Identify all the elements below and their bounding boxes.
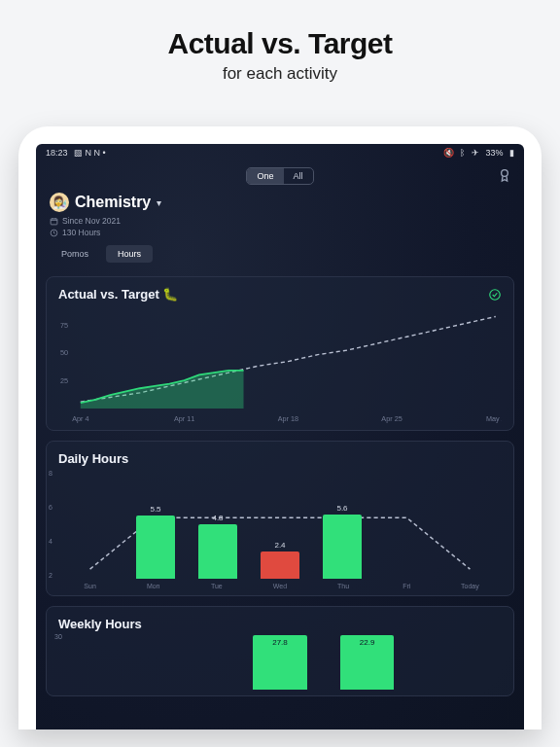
scope-toggle[interactable]: One All — [246, 167, 313, 185]
status-bar: 18:23 ▧ N N • 🔇 ᛒ ✈ 33% ▮ — [36, 144, 524, 161]
total-hours-label: 130 Hours — [62, 228, 100, 237]
status-left-icons: ▧ N N • — [74, 148, 106, 158]
svg-point-3 — [490, 289, 501, 300]
card-title-weekly: Weekly Hours — [58, 617, 502, 631]
tablet-frame: 18:23 ▧ N N • 🔇 ᛒ ✈ 33% ▮ One All — [18, 126, 542, 729]
bar-day-today — [436, 470, 498, 579]
since-label: Since Nov 2021 — [62, 216, 121, 226]
card-actual-vs-target: Actual vs. Target 🐛 255075Apr 4Apr 11Apr… — [46, 276, 514, 431]
since-row: Since Nov 2021 — [50, 216, 510, 226]
volume-off-icon: 🔇 — [443, 148, 454, 158]
svg-text:Apr 25: Apr 25 — [381, 415, 402, 423]
chevron-down-icon: ▾ — [157, 197, 161, 208]
battery-icon: ▮ — [509, 148, 514, 158]
bar-day-sun — [62, 470, 124, 579]
activity-selector[interactable]: 👩‍🔬 Chemistry ▾ — [50, 193, 510, 212]
clock-icon — [50, 229, 58, 237]
metric-tabs: Pomos Hours — [50, 245, 510, 263]
scope-all[interactable]: All — [284, 168, 313, 184]
daily-x-labels: SunMonTueWedThuFriToday — [58, 583, 502, 589]
svg-text:Apr 4: Apr 4 — [72, 415, 88, 423]
svg-point-0 — [502, 170, 508, 177]
bar-week-1 — [150, 635, 237, 690]
total-hours-row: 130 Hours — [50, 228, 510, 237]
battery-label: 33% — [485, 148, 503, 158]
award-icon[interactable] — [497, 167, 512, 183]
promo-title: Actual vs. Target — [167, 27, 392, 60]
activity-avatar: 👩‍🔬 — [50, 193, 69, 212]
tab-hours[interactable]: Hours — [106, 245, 153, 263]
airplane-icon: ✈ — [472, 148, 479, 158]
bluetooth-icon: ᛒ — [460, 148, 465, 158]
bar-day-thu: 5.6 — [311, 470, 373, 579]
check-circle-icon — [488, 288, 502, 302]
bar-day-fri — [373, 470, 436, 579]
svg-text:25: 25 — [60, 377, 68, 385]
calendar-icon — [50, 217, 58, 226]
bar-week-2: 27.8 — [236, 635, 324, 690]
card-weekly-hours: Weekly Hours 3027.822.9 — [46, 606, 514, 696]
chart-weekly-hours: 3027.822.9 — [58, 635, 502, 690]
tab-pomos[interactable]: Pomos — [50, 245, 100, 263]
bar-week-4 — [410, 635, 498, 690]
card-title-daily: Daily Hours — [58, 451, 502, 466]
svg-text:Apr 11: Apr 11 — [174, 415, 194, 423]
chart-actual-vs-target: 255075Apr 4Apr 11Apr 18Apr 25May 2 — [58, 307, 502, 424]
activity-name: Chemistry — [75, 194, 151, 211]
bar-week-3: 22.9 — [324, 635, 411, 690]
promo-subtitle: for each activity — [223, 64, 337, 84]
svg-text:75: 75 — [60, 322, 68, 330]
card-daily-hours: Daily Hours 86425.54.82.45.6 SunMonTueWe… — [46, 441, 514, 596]
svg-text:Apr 18: Apr 18 — [278, 415, 298, 423]
status-time: 18:23 — [46, 148, 68, 158]
card-title-actual: Actual vs. Target 🐛 — [58, 287, 178, 302]
svg-text:May 2: May 2 — [486, 415, 502, 423]
scope-one[interactable]: One — [247, 168, 283, 184]
chart-daily-hours: 86425.54.82.45.6 — [58, 470, 502, 579]
bar-day-wed: 2.4 — [249, 470, 311, 579]
bar-week-0 — [62, 635, 150, 690]
bar-day-tue: 4.8 — [187, 470, 249, 579]
bar-day-mon: 5.5 — [124, 470, 187, 579]
svg-text:50: 50 — [60, 349, 68, 357]
app-screen: 18:23 ▧ N N • 🔇 ᛒ ✈ 33% ▮ One All — [36, 144, 524, 729]
svg-rect-1 — [51, 218, 57, 224]
